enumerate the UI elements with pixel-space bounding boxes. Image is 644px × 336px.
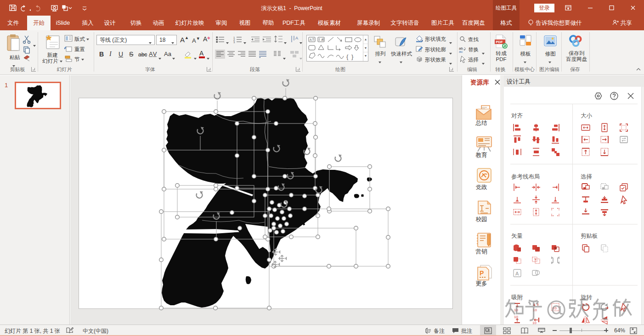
svg-text:3: 3 — [233, 41, 235, 43]
svg-text:PDF: PDF — [496, 40, 503, 44]
svg-text:ac: ac — [459, 50, 463, 53]
svg-text:{: { — [346, 53, 349, 60]
svg-text:A: A — [310, 38, 312, 41]
svg-text:}: } — [351, 53, 354, 60]
svg-text:P: P — [480, 269, 484, 277]
svg-text:A: A — [295, 36, 298, 40]
